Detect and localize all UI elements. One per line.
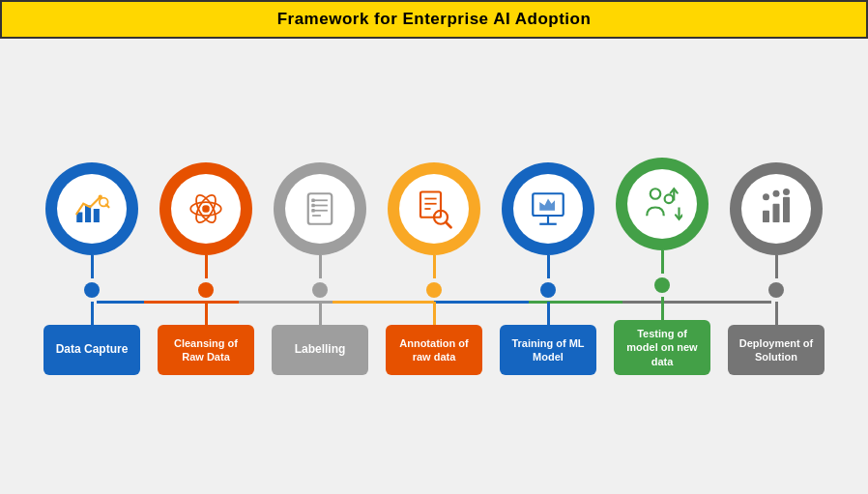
circle-inner-cleansing <box>171 174 241 244</box>
circle-inner-training <box>513 174 583 244</box>
label-cleansing: Cleansing of Raw Data <box>158 325 254 375</box>
dot-data-capture <box>84 282 100 298</box>
svg-point-35 <box>763 193 769 200</box>
step-labelling: Labelling <box>267 162 373 375</box>
dot-annotation <box>426 282 442 298</box>
framework-container: Data Capture <box>39 158 829 375</box>
stem2-annotation <box>433 302 436 325</box>
svg-rect-11 <box>308 193 333 224</box>
stem2-training <box>547 302 550 325</box>
svg-rect-18 <box>311 209 315 213</box>
svg-rect-33 <box>773 204 780 222</box>
page-wrapper: Framework for Enterprise AI Adoption <box>0 0 868 494</box>
stem-data-capture <box>91 255 94 278</box>
label-training: Training of ML Model <box>500 325 596 375</box>
svg-rect-10 <box>203 205 210 212</box>
circle-inner-testing <box>627 169 697 239</box>
main-content: Data Capture <box>0 39 868 494</box>
stem-annotation <box>433 255 436 278</box>
svg-point-29 <box>665 194 674 203</box>
stem-training <box>547 255 550 278</box>
stem2-data-capture <box>91 302 94 325</box>
svg-line-24 <box>446 222 450 227</box>
circle-inner-annotation <box>399 174 469 244</box>
circle-outer-testing <box>616 158 709 250</box>
dot-cleansing <box>198 282 214 298</box>
bar-up-icon <box>756 189 796 229</box>
svg-rect-32 <box>763 211 769 222</box>
svg-point-37 <box>783 189 790 195</box>
circle-outer-deployment <box>730 162 823 255</box>
circle-outer-data-capture <box>45 162 138 255</box>
stem2-cleansing <box>205 302 208 325</box>
stem2-deployment <box>775 302 778 325</box>
svg-point-36 <box>773 190 780 197</box>
step-annotation: Annotation of raw data <box>381 162 487 375</box>
step-data-capture: Data Capture <box>39 162 145 375</box>
dot-training <box>540 282 556 298</box>
stem2-labelling <box>319 302 322 325</box>
label-labelling: Labelling <box>272 325 368 375</box>
circle-inner-deployment <box>741 174 811 244</box>
step-cleansing: Cleansing of Raw Data <box>153 162 259 375</box>
circle-outer-annotation <box>388 162 480 255</box>
stem2-testing <box>661 297 664 320</box>
dot-testing <box>654 277 670 293</box>
circle-inner-labelling <box>285 174 355 244</box>
svg-point-28 <box>651 189 661 199</box>
step-testing: Testing of model on new data <box>609 158 715 375</box>
dot-deployment <box>768 282 784 298</box>
chart-icon <box>72 189 112 229</box>
dot-labelling <box>312 282 328 298</box>
steps-row: Data Capture <box>39 158 829 375</box>
stem-labelling <box>319 255 322 278</box>
stem-deployment <box>775 255 778 278</box>
step-deployment: Deployment of Solution <box>723 162 829 375</box>
label-annotation: Annotation of raw data <box>386 325 482 375</box>
search-doc-icon <box>414 189 454 229</box>
circle-outer-labelling <box>274 162 366 255</box>
svg-rect-2 <box>94 209 100 222</box>
label-data-capture: Data Capture <box>43 325 140 375</box>
document-icon <box>300 189 340 229</box>
circle-outer-cleansing <box>159 162 252 255</box>
step-training: Training of ML Model <box>495 162 601 375</box>
label-testing: Testing of model on new data <box>614 320 710 375</box>
circle-inner-data-capture <box>57 174 127 244</box>
presentation-icon <box>528 189 568 229</box>
stem-cleansing <box>205 255 208 278</box>
svg-rect-17 <box>311 204 315 208</box>
page-header: Framework for Enterprise AI Adoption <box>0 0 868 39</box>
header-title: Framework for Enterprise AI Adoption <box>277 10 592 28</box>
circle-outer-training <box>502 162 594 255</box>
svg-line-5 <box>106 205 109 208</box>
svg-rect-16 <box>311 198 315 202</box>
label-deployment: Deployment of Solution <box>728 325 825 375</box>
stem-testing <box>661 250 664 274</box>
people-arrows-icon <box>642 184 682 224</box>
atom-icon <box>186 189 226 229</box>
